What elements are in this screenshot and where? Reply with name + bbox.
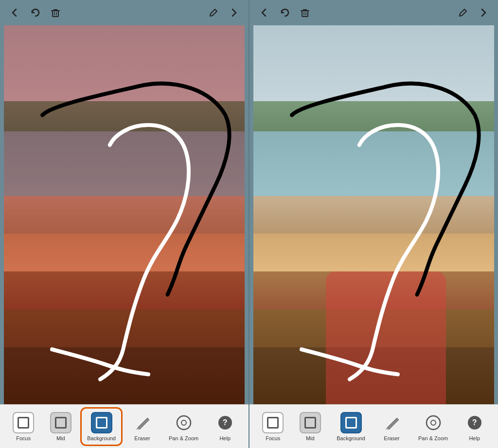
left-toolbar — [0, 0, 249, 25]
delete-button[interactable] — [49, 6, 62, 19]
eraser-icon-wrap — [132, 412, 153, 433]
right-mid-label: Mid — [306, 435, 315, 441]
left-tool-help[interactable]: ? Help — [211, 410, 240, 443]
svg-point-4 — [177, 416, 191, 430]
svg-point-10 — [427, 416, 440, 430]
right-mid-icon — [304, 417, 316, 429]
pan-zoom-icon — [175, 413, 193, 432]
left-tool-pan-zoom[interactable]: Pan & Zoom — [165, 410, 202, 443]
right-pan-zoom-icon — [424, 413, 443, 432]
left-red-overlay — [4, 25, 245, 404]
right-tool-mid[interactable]: Mid — [296, 410, 325, 443]
eraser-icon — [134, 414, 151, 431]
left-bottom-bar: Focus Mid Background — [0, 404, 249, 448]
focus-label: Focus — [16, 435, 31, 441]
help-icon: ? — [218, 416, 232, 430]
focus-icon-wrap — [13, 412, 34, 433]
right-toolbar-left — [257, 6, 312, 19]
delete-button-right[interactable] — [298, 6, 312, 19]
right-background-icon — [345, 417, 357, 429]
right-tool-pan-zoom[interactable]: Pan & Zoom — [414, 410, 452, 443]
right-toolbar-right — [456, 6, 490, 19]
background-icon — [96, 417, 107, 429]
eraser-label: Eraser — [134, 435, 150, 441]
right-pan-zoom-label: Pan & Zoom — [418, 435, 448, 441]
forward-button-left[interactable] — [227, 6, 241, 19]
mid-icon — [55, 417, 67, 429]
mid-label: Mid — [56, 435, 65, 441]
left-toolbar-left — [8, 6, 62, 19]
right-mid-icon-wrap — [300, 412, 321, 433]
help-label: Help — [219, 435, 231, 441]
edit-button-left[interactable] — [207, 6, 220, 19]
right-tool-help[interactable]: ? Help — [460, 410, 489, 443]
right-background-label: Background — [337, 435, 365, 441]
svg-rect-0 — [53, 11, 58, 17]
back-button-right[interactable] — [257, 6, 271, 19]
focus-icon — [18, 417, 29, 429]
pan-zoom-label: Pan & Zoom — [169, 435, 198, 441]
edit-button-right[interactable] — [456, 6, 470, 19]
undo-button[interactable] — [28, 6, 42, 19]
right-focus-icon — [267, 417, 279, 429]
background-icon-wrap — [91, 412, 112, 433]
left-image-area[interactable] — [4, 25, 245, 404]
right-toolbar — [249, 0, 498, 25]
right-tool-eraser[interactable]: Eraser — [377, 410, 407, 443]
right-focus-label: Focus — [266, 435, 280, 441]
main-container: Focus Mid Background — [0, 0, 498, 448]
right-eraser-label: Eraser — [384, 435, 399, 441]
right-panel: Focus Mid Background — [249, 0, 498, 448]
right-eraser-icon-wrap — [381, 412, 403, 433]
pan-zoom-icon-wrap — [173, 412, 195, 433]
right-focus-icon-wrap — [262, 412, 284, 433]
left-tool-background[interactable]: Background — [83, 410, 120, 443]
forward-button-right[interactable] — [477, 6, 490, 19]
right-background-icon-wrap — [340, 412, 362, 433]
right-pan-zoom-icon-wrap — [423, 412, 444, 433]
left-toolbar-right — [207, 6, 241, 19]
right-image-area[interactable] — [253, 25, 494, 404]
background-label: Background — [87, 435, 116, 441]
right-help-icon-wrap: ? — [464, 412, 485, 433]
right-help-label: Help — [469, 435, 480, 441]
left-tool-eraser[interactable]: Eraser — [128, 410, 157, 443]
help-icon-wrap: ? — [214, 412, 236, 433]
right-partial-red — [326, 271, 446, 404]
right-tool-background[interactable]: Background — [333, 410, 369, 443]
left-tool-mid[interactable]: Mid — [46, 410, 75, 443]
svg-point-11 — [431, 420, 436, 425]
right-tool-focus[interactable]: Focus — [258, 410, 287, 443]
left-tool-focus[interactable]: Focus — [9, 410, 38, 443]
right-eraser-icon — [383, 414, 401, 431]
right-help-icon: ? — [468, 416, 481, 430]
svg-point-5 — [181, 420, 186, 425]
left-panel: Focus Mid Background — [0, 0, 249, 448]
svg-rect-6 — [302, 11, 308, 17]
undo-button-right[interactable] — [278, 6, 291, 19]
right-bottom-bar: Focus Mid Background — [249, 404, 498, 448]
back-button[interactable] — [8, 6, 21, 19]
mid-icon-wrap — [50, 412, 71, 433]
